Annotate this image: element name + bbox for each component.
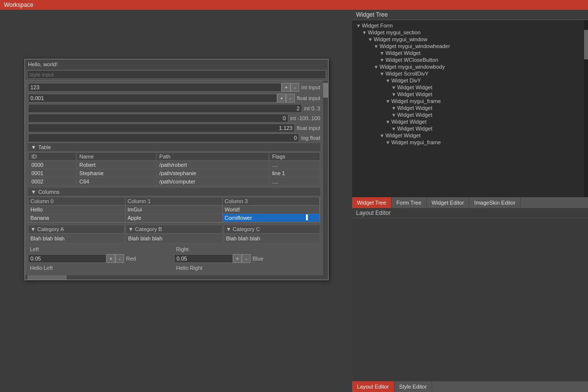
tab-form-tree[interactable]: Form Tree: [391, 197, 427, 208]
lr-right-plus-btn[interactable]: +: [233, 254, 242, 263]
lr-right-minus-btn[interactable]: -: [242, 254, 251, 263]
tree-item-label: Widget Form: [362, 23, 393, 28]
tree-item-form[interactable]: ▼ Widget Form: [352, 22, 588, 29]
tree-item-widget2[interactable]: ▼ Widget Widget: [352, 84, 588, 91]
col-header-flags: Flags: [269, 153, 320, 161]
tree-item-widget6[interactable]: ▼ Widget Widget: [352, 118, 588, 125]
cat-a-header[interactable]: ▼ Category A: [28, 225, 125, 234]
style-input[interactable]: [27, 70, 326, 79]
row0-name: Robert: [76, 161, 156, 169]
row0-path: /path/robert: [156, 161, 269, 169]
row1-id: 0001: [28, 169, 77, 178]
row2-id: 0002: [28, 178, 77, 186]
tree-item-widget4[interactable]: ▼ Widget Widget: [352, 105, 588, 111]
slider-log-float[interactable]: 0 log float: [28, 133, 320, 142]
tree-item-label: Widget mygui_window: [374, 36, 427, 42]
widget-tree-content[interactable]: ▼ Widget Form ▼ Widget mygui_section ▼ W…: [352, 20, 588, 197]
tree-arrow-icon: ▼: [391, 105, 396, 111]
category-a: ▼ Category A Blah blah blah: [28, 225, 125, 243]
tree-item-frame2[interactable]: ▼ Widget mygui_frame: [352, 139, 588, 146]
table-row[interactable]: 0001 Stephanie /path/stephanie line 1: [28, 169, 320, 178]
tree-item-section[interactable]: ▼ Widget mygui_section: [352, 29, 588, 36]
lr-left-plus-btn[interactable]: +: [106, 254, 115, 263]
int-input-field[interactable]: [28, 83, 281, 92]
tree-item-widget7[interactable]: ▼ Widget Widget: [352, 125, 588, 132]
columns-grid: Column 0 Column 1 Column 3 Hello ImGui W…: [28, 197, 320, 223]
tab-widget-editor[interactable]: Widget Editor: [427, 197, 469, 208]
tree-arrow-icon: ▼: [368, 37, 373, 42]
slider-int-0-3[interactable]: 2 int 0..3: [28, 104, 320, 113]
layout-editor-header: Layout Editor: [352, 208, 588, 218]
row0-flags: ....: [269, 161, 320, 169]
tab-widget-tree[interactable]: Widget Tree: [352, 197, 391, 208]
tab-style-editor[interactable]: Style Editor: [394, 381, 432, 392]
tree-item-windowbody[interactable]: ▼ Widget mygui_windowbody: [352, 63, 588, 70]
blue-label: Blue: [253, 256, 263, 261]
tree-item-label: Widget Widget: [397, 105, 433, 111]
int-input-plus-btn[interactable]: +: [281, 83, 290, 92]
tree-item-frame1[interactable]: ▼ Widget mygui_frame: [352, 98, 588, 105]
tab-imageskin-editor[interactable]: ImageSkin Editor: [469, 197, 521, 208]
col-header-1: Column 1: [126, 197, 223, 206]
imgui-scroll-thumb[interactable]: [323, 83, 328, 98]
col-cell-corniflower[interactable]: Corniflower ▌: [223, 214, 320, 222]
lr-left-input[interactable]: [28, 254, 106, 263]
tree-item-label: Widget mygui_section: [368, 29, 421, 35]
table-row[interactable]: 0000 Robert /path/robert ....: [28, 161, 320, 169]
tree-item-widget8[interactable]: ▼ Widget Widget: [352, 132, 588, 139]
workspace-top-bar: Workspace: [0, 0, 588, 10]
tree-item-label: Widget Widget: [385, 132, 421, 138]
float-input-plus-btn[interactable]: +: [277, 94, 286, 103]
workspace-panel: Hello, world! + - int input: [0, 10, 352, 392]
imgui-vertical-scrollbar[interactable]: [323, 80, 328, 275]
tree-item-label: Widget ScrollDivY: [385, 71, 429, 77]
table-row[interactable]: 0002 C64 /path/computer ....: [28, 178, 320, 186]
tree-item-label: Widget WCloseButton: [385, 57, 438, 63]
cat-b-header[interactable]: ▼ Category B: [126, 225, 222, 234]
tree-item-widget3[interactable]: ▼ Widget Widget: [352, 91, 588, 98]
tree-arrow-icon: ▼: [391, 85, 396, 90]
tree-item-label: Widget Widget: [397, 91, 433, 97]
tree-arrow-icon: ▼: [380, 71, 384, 77]
cat-c-header[interactable]: ▼ Category C: [224, 225, 320, 234]
tree-item-widget5[interactable]: ▼ Widget Widget: [352, 111, 588, 118]
tree-item-windowheader[interactable]: ▼ Widget mygui_windowheader: [352, 43, 588, 50]
widget-tree-tab-bar: Widget Tree Form Tree Widget Editor Imag…: [352, 197, 588, 208]
float-input-minus-btn[interactable]: -: [286, 94, 295, 103]
float-input-field[interactable]: [28, 94, 277, 103]
imgui-main-scroll: + - int input + - float input: [25, 80, 323, 275]
tree-arrow-icon: ▼: [391, 126, 396, 131]
tree-item-label: Widget Widget: [397, 84, 433, 90]
columns-header-label: Columns: [38, 189, 59, 195]
footer-row: Hello Left Hello Right: [28, 264, 320, 272]
slider-float-input[interactable]: 1.123 float input: [28, 124, 320, 132]
tree-item-label: Widget Widget: [397, 112, 433, 118]
tree-arrow-icon: ▼: [362, 30, 367, 35]
slider-int-100[interactable]: 0 int -100..100: [28, 114, 320, 123]
tree-item-wclosebutton[interactable]: ▼ Widget WCloseButton: [352, 56, 588, 63]
slider-log-float-label: log float: [301, 135, 320, 141]
layout-editor-panel: Layout Editor: [352, 208, 588, 381]
row1-path: /path/stephanie: [156, 169, 269, 178]
tree-item-divy[interactable]: ▼ Widget DivY: [352, 77, 588, 84]
tree-item-label: Widget DivY: [391, 78, 421, 83]
tree-item-window[interactable]: ▼ Widget mygui_window: [352, 36, 588, 43]
columns-section-header[interactable]: ▼ Columns: [28, 188, 320, 196]
tree-scroll-thumb[interactable]: [584, 30, 588, 59]
col-cell-banana: Banana: [28, 214, 126, 222]
tree-item-scrolldivy[interactable]: ▼ Widget ScrollDivY: [352, 70, 588, 77]
tree-arrow-icon: ▼: [374, 44, 379, 49]
imgui-title-bar[interactable]: Hello, world!: [25, 59, 328, 69]
row0-id: 0000: [28, 161, 77, 169]
table-section-header[interactable]: ▼ Table: [28, 143, 320, 151]
tree-arrow-icon: ▼: [380, 133, 384, 138]
lr-labels-row: Left Right: [28, 245, 320, 253]
tree-item-widget1[interactable]: ▼ Widget Widget: [352, 50, 588, 56]
slider-float-input-label: float input: [297, 125, 320, 131]
lr-right-input[interactable]: [174, 254, 233, 263]
tree-scrollbar[interactable]: [584, 20, 588, 197]
tab-layout-editor[interactable]: Layout Editor: [352, 381, 394, 392]
int-input-row: + - int input: [28, 82, 320, 92]
int-input-minus-btn[interactable]: -: [290, 83, 299, 92]
lr-left-minus-btn[interactable]: -: [115, 254, 124, 263]
